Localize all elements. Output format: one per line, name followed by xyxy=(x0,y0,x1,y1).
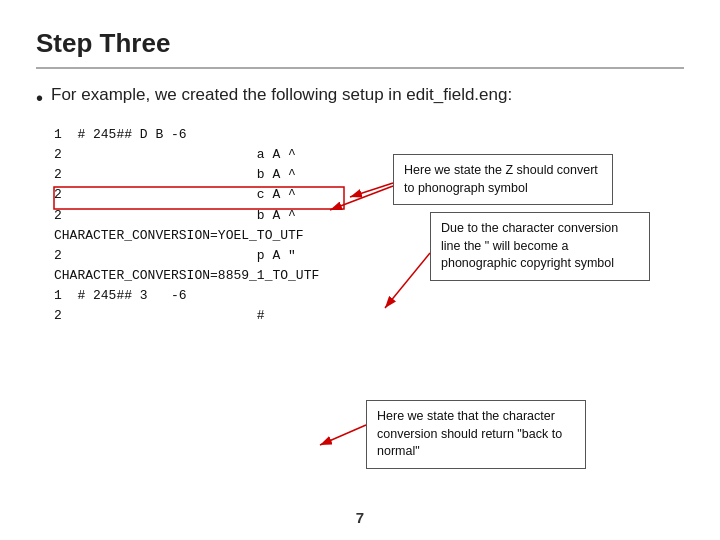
slide-title: Step Three xyxy=(36,28,684,69)
callout-box-1: Here we state the Z should convert to ph… xyxy=(393,154,613,205)
bullet-symbol: • xyxy=(36,85,43,111)
bullet-point: • For example, we created the following … xyxy=(36,85,684,111)
bullet-text: For example, we created the following se… xyxy=(51,85,512,105)
code-line-10: 2 # xyxy=(54,306,684,326)
callout1-text: Here we state the Z should convert to ph… xyxy=(404,163,598,195)
callout-box-3: Here we state that the character convers… xyxy=(366,400,586,469)
svg-line-3 xyxy=(320,425,366,445)
slide: Step Three • For example, we created the… xyxy=(0,0,720,540)
code-line-1: 1 # 245## D B -6 xyxy=(54,125,684,145)
callout3-text: Here we state that the character convers… xyxy=(377,409,562,458)
code-line-9: 1 # 245## 3 -6 xyxy=(54,286,684,306)
callout2-text: Due to the character conversion line the… xyxy=(441,221,618,270)
page-number: 7 xyxy=(356,509,364,526)
callout-box-2: Due to the character conversion line the… xyxy=(430,212,650,281)
